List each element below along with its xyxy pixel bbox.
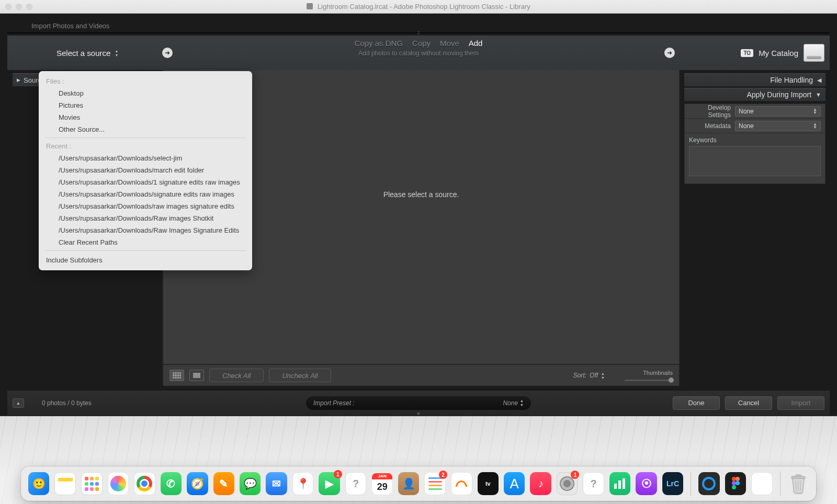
grid-view-button[interactable] (169, 370, 184, 381)
destination-group[interactable]: TO My Catalog (741, 44, 824, 62)
numbers-icon[interactable] (609, 472, 630, 495)
source-label: Select a source (56, 49, 110, 58)
unknown-app-icon[interactable]: ? (583, 472, 604, 495)
whatsapp-icon[interactable]: ✆ (161, 472, 182, 495)
menu-section-files: Files : (39, 75, 252, 87)
menu-item-recent[interactable]: /Users/rupsasarkar/Downloads/1 signature… (39, 176, 252, 188)
minimize-dot[interactable] (16, 4, 22, 10)
sort-control[interactable]: Sort: Off ▲▼ (573, 372, 605, 380)
menu-item-recent[interactable]: /Users/rupsasarkar/Downloads/select-jim (39, 152, 252, 164)
menu-item-desktop[interactable]: Desktop (39, 87, 252, 99)
messages-icon[interactable]: 💬 (240, 472, 261, 495)
uncheck-all-button[interactable]: Uncheck All (269, 369, 331, 382)
slider-track[interactable] (625, 380, 673, 381)
svg-rect-1 (618, 480, 621, 489)
mode-move[interactable]: Move (440, 39, 459, 48)
launchpad-icon[interactable] (81, 472, 103, 495)
loupe-view-button[interactable] (189, 370, 204, 381)
develop-settings-value: None (739, 108, 754, 115)
mode-copy-dng[interactable]: Copy as DNG (355, 39, 403, 48)
import-preset-value: None (503, 399, 518, 407)
menu-item-recent[interactable]: /Users/rupsasarkar/Downloads/signature e… (39, 188, 252, 200)
contacts-icon[interactable]: 👤 (398, 472, 419, 495)
to-chip: TO (741, 49, 753, 57)
dock-separator (780, 472, 781, 496)
grid-icon (173, 372, 181, 379)
preview-icon[interactable]: 🖼 (751, 472, 773, 495)
file-handling-label: File Handling (770, 76, 813, 84)
photos-icon[interactable] (108, 472, 129, 495)
import-preset-select[interactable]: Import Preset : None ▲▼ (306, 396, 531, 410)
updown-icon: ▲▼ (601, 372, 605, 380)
menu-item-recent[interactable]: /Users/rupsasarkar/Downloads/raw images … (39, 200, 252, 212)
rect-icon (193, 373, 200, 378)
lightroom-classic-icon[interactable]: LrC (662, 472, 683, 495)
destination-label: My Catalog (759, 49, 798, 58)
sort-label: Sort: (573, 372, 586, 379)
reminders-icon[interactable]: 2 (424, 472, 446, 495)
menu-item-recent[interactable]: /Users/rupsasarkar/Downloads/Raw images … (39, 212, 252, 224)
triangle-right-icon: ▶ (17, 77, 20, 83)
metadata-select[interactable]: None ▲▼ (735, 121, 821, 131)
podcasts-icon[interactable]: ⦿ (636, 472, 657, 495)
bottom-handle-icon[interactable]: ▼ (416, 411, 421, 417)
check-all-button[interactable]: Check All (209, 369, 264, 382)
safari-icon[interactable]: 🧭 (187, 472, 208, 495)
minimize-panel-button[interactable]: ▲ (13, 398, 24, 408)
menu-item-pictures[interactable]: Pictures (39, 99, 252, 111)
finder-icon[interactable]: 🙂 (28, 472, 49, 495)
menu-divider (45, 138, 246, 138)
metadata-value: None (739, 122, 754, 130)
source-selector[interactable]: Select a source ▲▼ (56, 49, 118, 58)
close-dot[interactable] (5, 4, 12, 10)
notes-icon[interactable] (54, 472, 76, 495)
develop-settings-select[interactable]: None ▲▼ (735, 106, 821, 117)
zoom-dot[interactable] (26, 4, 32, 10)
arrow-right-icon[interactable]: ➜ (664, 48, 675, 58)
menu-item-movies[interactable]: Movies (39, 111, 252, 123)
menu-item-recent[interactable]: /Users/rupsasarkar/Downloads/Raw Images … (39, 224, 252, 236)
menu-item-include-subfolders[interactable]: Include Subfolders (39, 253, 252, 267)
mail-icon[interactable]: ✉︎ (266, 472, 287, 495)
app-store-icon[interactable]: A (504, 472, 525, 495)
svg-rect-0 (614, 484, 617, 489)
apple-tv-icon[interactable]: tv (478, 472, 499, 495)
freeform-icon[interactable] (451, 472, 472, 495)
keywords-section: Keywords (685, 133, 825, 184)
chrome-icon[interactable] (134, 472, 155, 495)
maps-icon[interactable]: 📍 (292, 472, 314, 495)
thumbnail-label: Thumbnails (643, 370, 673, 376)
svg-point-5 (732, 481, 736, 485)
mode-add[interactable]: Add (469, 39, 483, 48)
import-modes: Copy as DNG Copy Move Add Add photos to … (355, 39, 483, 57)
calendar-icon[interactable]: JAN29 (371, 472, 393, 495)
thumbnail-slider[interactable]: Thumbnails (625, 370, 673, 381)
file-handling-header[interactable]: File Handling ◀ (684, 73, 825, 87)
help-icon[interactable]: ? (345, 472, 367, 495)
facetime-icon[interactable]: ▶1 (319, 472, 340, 495)
apply-during-import-body: Develop Settings None ▲▼ Metadata None ▲… (684, 104, 825, 184)
quicktime-icon[interactable] (698, 472, 719, 495)
svg-point-6 (736, 481, 740, 485)
done-button[interactable]: Done (673, 396, 720, 410)
apply-during-import-label: Apply During Import (746, 90, 811, 99)
menu-item-other-source[interactable]: Other Source... (39, 123, 252, 135)
import-button[interactable]: Import (777, 396, 824, 410)
svg-rect-9 (796, 475, 801, 476)
arrow-right-icon[interactable]: ➜ (162, 48, 173, 58)
mode-copy[interactable]: Copy (412, 39, 431, 48)
figma-icon[interactable] (725, 472, 746, 495)
slider-knob[interactable] (669, 377, 674, 383)
menu-item-clear-recent[interactable]: Clear Recent Paths (39, 236, 252, 248)
badge: 1 (334, 470, 342, 478)
music-icon[interactable]: ♪ (530, 472, 551, 495)
menu-item-recent[interactable]: /Users/rupsasarkar/Downloads/march edit … (39, 164, 252, 176)
system-settings-icon[interactable]: 1 (557, 472, 578, 495)
apply-during-import-header[interactable]: Apply During Import ▼ (684, 88, 825, 101)
dialog-title: Import Photos and Videos (31, 22, 830, 30)
trash-icon[interactable] (788, 472, 809, 495)
calendar-month: JAN (372, 473, 392, 479)
pages-icon[interactable]: ✎ (213, 472, 234, 495)
keywords-input[interactable] (689, 146, 821, 176)
cancel-button[interactable]: Cancel (725, 396, 772, 410)
